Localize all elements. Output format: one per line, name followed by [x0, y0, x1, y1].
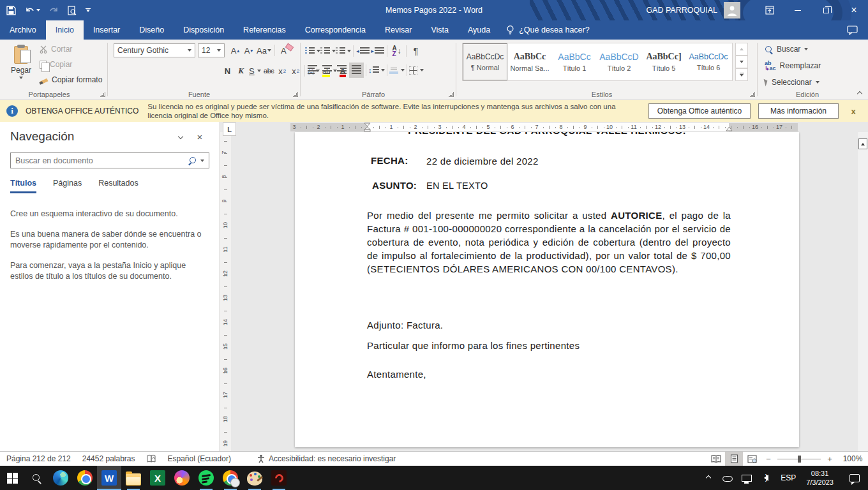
taskbar-acrobat-button[interactable]	[267, 466, 291, 490]
find-label[interactable]: Buscar	[777, 45, 800, 54]
taskbar-firefox-button[interactable]	[170, 466, 194, 490]
navigation-chevron-down-icon[interactable]	[171, 135, 190, 138]
right-indent-marker-icon[interactable]	[726, 126, 733, 131]
style-t-tulo-6[interactable]: AaBbCcDcTítulo 6	[686, 43, 731, 80]
taskbar-edge-button[interactable]	[49, 466, 73, 490]
styles-dialog-launcher-icon[interactable]	[750, 92, 755, 97]
tab-insertar[interactable]: Insertar	[84, 20, 130, 40]
tab-archivo[interactable]: Archivo	[0, 20, 46, 40]
font-dialog-launcher-icon[interactable]	[293, 92, 298, 97]
shading-button[interactable]	[389, 63, 405, 78]
clock[interactable]: 08:31 7/3/2023	[804, 469, 836, 487]
document-page[interactable]: PRESIDENTE DEL GAD PARROQUIAL VALLE HERM…	[295, 132, 799, 447]
taskbar-chrome-button[interactable]	[73, 466, 97, 490]
shrink-font-button[interactable]: A	[242, 43, 255, 57]
paragraph-dialog-launcher-icon[interactable]	[449, 92, 454, 97]
tab-ayuda[interactable]: Ayuda	[458, 20, 500, 40]
select-button[interactable]: Seleccionar	[765, 75, 821, 89]
sort-button[interactable]: AZ↓	[389, 43, 404, 59]
format-painter-label[interactable]: Copiar formato	[52, 75, 102, 84]
print-layout-icon[interactable]	[725, 452, 743, 466]
navigation-search-box[interactable]	[10, 152, 209, 168]
taskbar-chrome-profile-button[interactable]	[218, 466, 243, 490]
web-layout-icon[interactable]	[743, 452, 761, 466]
scroll-up-icon[interactable]	[858, 138, 867, 149]
numbering-button[interactable]	[320, 43, 336, 59]
align-left-button[interactable]	[305, 63, 320, 78]
document-area[interactable]: PRESIDENTE DEL GAD PARROQUIAL VALLE HERM…	[231, 132, 868, 451]
ribbon-display-options-icon[interactable]	[756, 0, 784, 20]
font-name-value[interactable]: Century Gothic	[117, 46, 168, 55]
clear-formatting-button[interactable]: A	[277, 43, 290, 57]
get-genuine-office-button[interactable]: Obtenga Office auténtico	[648, 103, 751, 119]
change-case-button[interactable]: Aa	[255, 43, 273, 57]
style--normal[interactable]: AaBbCcDc¶ Normal	[463, 43, 507, 80]
styles-scroll-down-icon[interactable]	[735, 56, 748, 68]
taskbar-search-button[interactable]	[24, 466, 49, 490]
style-t-tulo-5[interactable]: AaBbCc]Título 5	[641, 43, 686, 80]
style-t-tulo-1[interactable]: AaBbCcTítulo 1	[552, 43, 597, 80]
align-right-button[interactable]	[334, 63, 349, 78]
show-paragraph-marks-button[interactable]: ¶	[408, 43, 423, 59]
zoom-out-icon[interactable]: −	[761, 454, 776, 464]
replace-label[interactable]: Reemplazar	[780, 61, 821, 70]
tab-revisar[interactable]: Revisar	[375, 20, 421, 40]
justify-button[interactable]	[349, 63, 364, 78]
search-icon[interactable]	[188, 156, 197, 165]
bold-button[interactable]: N	[221, 64, 234, 78]
zoom-slider[interactable]	[777, 459, 821, 459]
borders-button[interactable]	[409, 63, 424, 78]
tab-diseño[interactable]: Diseño	[130, 20, 174, 40]
nav-tab-ttulos[interactable]: Títulos	[10, 179, 36, 193]
clipboard-dialog-launcher-icon[interactable]	[100, 92, 105, 97]
decrease-indent-button[interactable]: ◂	[355, 43, 370, 59]
paste-button[interactable]: Pegar	[5, 42, 37, 93]
taskbar-paint-button[interactable]	[243, 466, 267, 490]
tab-selector[interactable]: L	[223, 122, 236, 136]
select-label[interactable]: Seleccionar	[772, 78, 812, 87]
onedrive-icon[interactable]	[721, 469, 735, 487]
style-normal-sa-[interactable]: AaBbCcNormal Sa...	[507, 43, 552, 80]
nav-tab-pginas[interactable]: Páginas	[53, 179, 82, 193]
tab-inicio[interactable]: Inicio	[46, 20, 84, 40]
italic-button[interactable]: K	[234, 64, 248, 78]
zoom-in-icon[interactable]: +	[822, 454, 837, 464]
taskbar-word-button[interactable]: W	[97, 466, 121, 490]
tab-referencias[interactable]: Referencias	[234, 20, 296, 40]
account-name[interactable]: GAD PARROQUIAL	[646, 6, 717, 15]
font-size-combo[interactable]: 12	[198, 43, 225, 57]
tab-correspondencia[interactable]: Correspondencia	[296, 20, 375, 40]
network-icon[interactable]	[740, 469, 754, 487]
paste-label[interactable]: Pegar	[11, 66, 31, 75]
format-painter-button[interactable]: Copiar formato	[40, 75, 102, 84]
search-dropdown-icon[interactable]	[200, 160, 204, 162]
more-info-button[interactable]: Más información	[758, 103, 839, 119]
start-button[interactable]	[0, 466, 24, 490]
font-name-combo[interactable]: Century Gothic	[114, 43, 195, 57]
taskbar-file-explorer-button[interactable]	[121, 466, 146, 490]
volume-icon[interactable]	[759, 469, 773, 487]
vertical-scrollbar[interactable]	[858, 132, 868, 451]
underline-button[interactable]: S	[248, 64, 262, 78]
tell-me[interactable]: ¿Qué desea hacer?	[500, 20, 596, 40]
multilevel-list-button[interactable]	[336, 43, 351, 59]
increase-indent-button[interactable]: ▸	[370, 43, 385, 59]
tab-vista[interactable]: Vista	[421, 20, 458, 40]
word-count[interactable]: 24452 palabras	[82, 454, 135, 463]
language-switcher[interactable]: ESP	[778, 473, 798, 482]
font-size-value[interactable]: 12	[202, 46, 210, 55]
close-button[interactable]: ×	[840, 0, 868, 20]
align-center-button[interactable]	[320, 63, 334, 78]
tray-chevron-up-icon[interactable]	[701, 469, 715, 487]
paste-dropdown-icon[interactable]	[19, 77, 23, 79]
tab-disposición[interactable]: Disposición	[174, 20, 234, 40]
styles-more-icon[interactable]	[735, 68, 748, 81]
strikethrough-button[interactable]: abc	[262, 64, 276, 78]
restore-button[interactable]	[812, 0, 840, 20]
accessibility-status[interactable]: Accesibilidad: es necesario investigar	[257, 454, 396, 463]
tell-me-label[interactable]: ¿Qué desea hacer?	[519, 26, 590, 34]
taskbar-excel-button[interactable]: X	[146, 466, 170, 490]
avatar[interactable]	[724, 2, 740, 19]
vertical-ruler[interactable]: 78910111213141516171819	[220, 132, 231, 451]
bullets-button[interactable]	[305, 43, 320, 59]
